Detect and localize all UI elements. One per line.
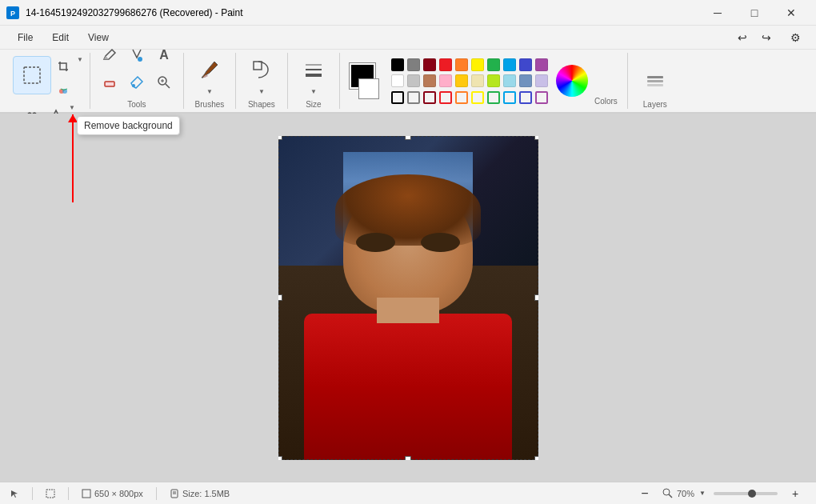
zoom-slider[interactable]	[714, 492, 778, 495]
color-lavender[interactable]	[535, 74, 548, 87]
status-cursor	[10, 489, 19, 498]
menu-edit[interactable]: Edit	[44, 29, 77, 46]
color-steelblue[interactable]	[519, 74, 532, 87]
outline-blue[interactable]	[503, 91, 516, 104]
recolor-button[interactable]	[53, 80, 75, 102]
color-orange[interactable]	[455, 58, 468, 71]
selection-dropdown-arrow: ▼	[77, 56, 83, 102]
outline-indigo[interactable]	[519, 91, 532, 104]
status-selection	[46, 489, 55, 498]
status-dimensions: 650 × 800px	[82, 489, 143, 498]
selection-icon	[22, 66, 42, 85]
svg-rect-21	[82, 490, 90, 498]
shapes-button[interactable]	[242, 53, 281, 86]
eyedropper-button[interactable]	[124, 70, 150, 95]
left-eye	[356, 233, 395, 252]
divider-2	[68, 487, 69, 500]
outline-red[interactable]	[439, 91, 452, 104]
layers-button[interactable]	[634, 66, 676, 95]
zoom-level-area: 70% ▼	[662, 488, 707, 499]
zoom-button[interactable]	[151, 70, 177, 95]
eyedropper-icon	[130, 75, 144, 90]
crop-button[interactable]	[53, 56, 75, 78]
divider-3	[156, 487, 157, 500]
shapes-group: ▼ Shapes	[236, 53, 288, 109]
menu-file[interactable]: File	[10, 29, 41, 46]
title-bar: P 14-1645192492032799686276 (Recovered) …	[0, 0, 816, 26]
color-indigo[interactable]	[519, 58, 532, 71]
svg-point-7	[138, 57, 142, 62]
color-purple[interactable]	[535, 58, 548, 71]
brushes-button[interactable]	[190, 53, 229, 86]
selection-sub-tools	[53, 56, 75, 102]
color-row-2	[391, 74, 550, 87]
redo-button[interactable]: ↪	[755, 28, 778, 47]
brushes-label: Brushes	[195, 100, 225, 109]
zoom-icon	[157, 75, 171, 90]
selection-tool-button[interactable]	[13, 56, 51, 94]
size-icon	[302, 58, 325, 81]
outline-green[interactable]	[487, 91, 500, 104]
color-black[interactable]	[391, 58, 404, 71]
color-row-1	[391, 58, 550, 71]
svg-rect-19	[647, 84, 663, 86]
close-button[interactable]: ✕	[773, 0, 810, 26]
color-cream[interactable]	[471, 74, 484, 87]
zoom-out-button[interactable]: −	[634, 484, 656, 503]
selection-status-icon	[46, 489, 55, 498]
size-button[interactable]	[294, 53, 333, 86]
eraser-icon	[102, 75, 117, 90]
color-red[interactable]	[439, 58, 452, 71]
layers-group: Layers	[628, 53, 682, 109]
canvas-image[interactable]	[278, 136, 538, 460]
outline-darkred[interactable]	[423, 91, 436, 104]
zoom-dropdown-button[interactable]: ▼	[698, 489, 707, 498]
ribbon: ▼ ▼ Selection	[0, 50, 816, 114]
outline-yellow[interactable]	[471, 91, 484, 104]
pencil-button[interactable]	[97, 42, 122, 68]
dimensions-text: 650 × 800px	[94, 489, 143, 498]
color-pink[interactable]	[439, 74, 452, 87]
color-blue[interactable]	[503, 58, 516, 71]
fill-button[interactable]	[124, 42, 150, 68]
outline-purple[interactable]	[535, 91, 548, 104]
color-picker-button[interactable]	[556, 65, 588, 97]
svg-rect-20	[46, 490, 54, 498]
color-yellow[interactable]	[471, 58, 484, 71]
selection-group: ▼ ▼ Selection	[6, 53, 90, 109]
shapes-dropdown: ▼	[258, 88, 265, 95]
color-gold[interactable]	[455, 74, 468, 87]
color-lightblue[interactable]	[503, 74, 516, 87]
color-green[interactable]	[487, 58, 500, 71]
pencil-icon	[102, 48, 117, 62]
outline-orange[interactable]	[455, 91, 468, 104]
shirt	[304, 314, 512, 459]
colors-group: Colors	[340, 53, 628, 109]
maximize-button[interactable]: □	[736, 0, 773, 26]
app-icon: P	[6, 6, 19, 19]
outline-gray[interactable]	[407, 91, 420, 104]
secondary-color-swatch[interactable]	[359, 79, 378, 98]
settings-button[interactable]: ⚙	[784, 28, 806, 47]
shapes-icon	[250, 58, 273, 81]
color-white[interactable]	[391, 74, 404, 87]
svg-point-25	[663, 489, 670, 495]
color-lightgray[interactable]	[407, 74, 420, 87]
color-lime[interactable]	[487, 74, 500, 87]
canvas-wrapper	[278, 136, 538, 460]
color-darkred[interactable]	[423, 58, 436, 71]
shapes-label: Shapes	[248, 100, 275, 109]
photo-content	[278, 136, 538, 460]
color-brown[interactable]	[423, 74, 436, 87]
minimize-button[interactable]: ─	[699, 0, 736, 26]
undo-button[interactable]: ↩	[731, 28, 754, 47]
status-right: − 70% ▼ +	[634, 484, 806, 503]
eraser-button[interactable]	[97, 70, 122, 95]
color-gray[interactable]	[407, 58, 420, 71]
divider-1	[32, 487, 33, 500]
canvas-container[interactable]	[0, 114, 816, 482]
zoom-in-button[interactable]: +	[784, 484, 806, 503]
remove-background-tooltip: Remove background	[77, 116, 180, 135]
text-button[interactable]: A	[151, 42, 177, 68]
outline-black[interactable]	[391, 91, 404, 104]
